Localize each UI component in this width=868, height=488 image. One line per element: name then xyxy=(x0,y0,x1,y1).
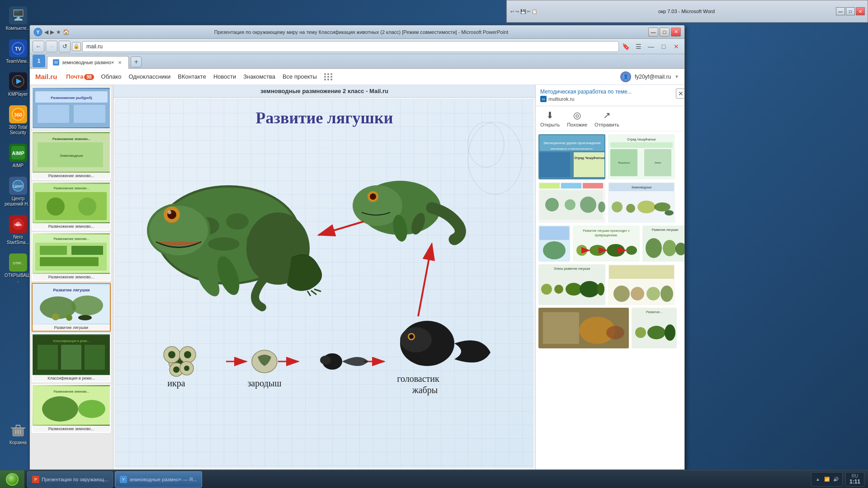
thumb-label-4: Размножение земново... xyxy=(33,274,110,280)
thumb-item-2[interactable]: Размножение земново... Земноводные Размн… xyxy=(32,131,111,180)
taskbar-start-btn[interactable] xyxy=(0,470,24,488)
mailru-nav-znakomstva[interactable]: Знакомства xyxy=(243,73,275,80)
browser-close-btn[interactable]: ✕ xyxy=(671,28,681,37)
browser-minimize-btn[interactable]: — xyxy=(648,28,658,37)
svg-point-167 xyxy=(613,286,630,302)
nav-forward-btn[interactable]: → xyxy=(46,41,57,52)
thumb-label-2: Размножение земново... xyxy=(33,173,110,179)
svg-rect-166 xyxy=(609,265,674,279)
right-panel-header: Методическая разработка по теме... m mul… xyxy=(536,85,684,106)
panel-action-send[interactable]: ↗ Отправить xyxy=(594,110,619,127)
svg-text:Цент: Цент xyxy=(14,184,23,188)
taskbar: P Презентация по окружающ... Y земноводн… xyxy=(0,470,868,488)
svg-text:Земноводные: Земноводные xyxy=(632,186,652,189)
grid-image-10[interactable] xyxy=(538,308,629,348)
right-panel-close-btn[interactable]: ✕ xyxy=(676,89,684,99)
nav-back-alt[interactable]: ◀ xyxy=(44,29,48,35)
svg-text:головастик: головастик xyxy=(397,374,439,384)
taskbar-item-ppt[interactable]: P Презентация по окружающ... xyxy=(27,471,113,488)
thumb-item-3[interactable]: Размножение земново... Размножение земно… xyxy=(32,182,111,230)
tab-badge[interactable]: 1 xyxy=(33,55,45,67)
svg-point-170 xyxy=(660,286,673,302)
thumb-item-1[interactable]: Размножение рыб(рхб) xyxy=(32,87,111,129)
mailru-logo[interactable]: Mail.ru xyxy=(35,73,57,80)
nav-bookmark-icon[interactable]: 🔖 xyxy=(620,41,631,52)
grid-image-6[interactable]: Развитие лягушки происходит с превращени… xyxy=(573,225,640,262)
word-close-btn[interactable]: ✕ xyxy=(856,7,865,15)
tray-network-icon[interactable]: 📶 xyxy=(823,476,830,483)
mailru-user-avatar[interactable]: 👤 xyxy=(620,71,631,82)
tray-icon-1[interactable]: ▲ xyxy=(814,476,821,483)
grid-image-3[interactable] xyxy=(538,182,605,223)
address-bar[interactable] xyxy=(82,41,619,52)
tray-sound-icon[interactable]: 🔊 xyxy=(832,476,840,483)
source-domain-text[interactable]: multiurok.ru xyxy=(548,96,574,102)
nav-lock-icon[interactable]: 🔒 xyxy=(72,42,81,51)
nav-back-btn[interactable]: ← xyxy=(33,41,44,52)
grid-image-5[interactable] xyxy=(538,225,570,262)
nav-close-icon[interactable]: ✕ xyxy=(671,41,682,52)
nav-settings-icon[interactable]: ☰ xyxy=(633,41,644,52)
source-title[interactable]: Методическая разработка по теме... xyxy=(540,89,632,95)
tab-label: земноводные размно× xyxy=(62,60,114,65)
grid-image-2[interactable]: Отряд Чешуйчатые Ящерица Змея xyxy=(608,134,675,179)
new-tab-btn[interactable]: + xyxy=(131,56,142,67)
mailru-nav-projects[interactable]: Все проекты xyxy=(283,73,317,80)
thumb-item-4[interactable]: Размножение земново... Размножение земно… xyxy=(32,232,111,281)
svg-rect-124 xyxy=(539,183,560,188)
browser-taskbar-icon: Y xyxy=(120,476,127,483)
svg-point-161 xyxy=(554,285,563,294)
svg-text:Развитие лягушки: Развитие лягушки xyxy=(53,288,90,292)
thumbnail-sidebar: Размножение рыб(рхб) Размножение земново… xyxy=(30,85,113,469)
mailru-nav-news[interactable]: Новости xyxy=(213,73,236,80)
word-quick-access[interactable]: ↩ ↪ 💾 ✂ 📋 xyxy=(510,9,537,14)
svg-text:Классификация в режи...: Классификация в режи... xyxy=(53,339,90,343)
svg-text:Этапы развития лягушки: Этапы развития лягушки xyxy=(554,267,590,271)
mail-badge: 98 xyxy=(84,74,94,80)
mailru-dropdown-icon[interactable]: ▼ xyxy=(675,74,679,79)
panel-action-similar[interactable]: ◎ Похожие xyxy=(567,110,587,127)
nav-refresh-btn[interactable]: ↺ xyxy=(59,41,71,52)
svg-text:360: 360 xyxy=(14,112,22,117)
panel-action-open[interactable]: ⬇ Открыть xyxy=(540,110,560,127)
thumb-item-6[interactable]: Классификация в режи... Классификация в … xyxy=(32,333,111,382)
grid-image-1[interactable]: Эволюционное дерево происхождения земнов… xyxy=(538,134,605,179)
browser-tab-active[interactable]: M земноводные размно× ✕ xyxy=(47,56,129,69)
browser-titlebar: Y ◀ ▶ ★ 🏠 Презентация по окружающему мир… xyxy=(30,25,684,39)
word-window[interactable]: ↩ ↪ 💾 ✂ 📋 окр 7.03 - Microsoft Word — □ … xyxy=(506,0,868,23)
nav-fav[interactable]: ★ xyxy=(56,29,61,35)
mailru-nav-vk[interactable]: ВКонтакте xyxy=(178,73,206,80)
svg-point-95 xyxy=(184,366,189,371)
mailru-nav-oblako[interactable]: Облако xyxy=(101,73,122,80)
grid-image-11[interactable]: Развитие... xyxy=(632,308,677,348)
tab-close-btn[interactable]: ✕ xyxy=(117,59,123,66)
nav-max-icon[interactable]: □ xyxy=(658,41,669,52)
svg-line-82 xyxy=(418,244,432,316)
svg-point-44 xyxy=(71,296,103,315)
svg-point-137 xyxy=(637,201,656,213)
word-maximize-btn[interactable]: □ xyxy=(846,7,855,15)
nav-forward-alt[interactable]: ▶ xyxy=(50,29,54,35)
thumb-item-7[interactable]: Размножение земново... Размножение земно… xyxy=(32,384,111,433)
svg-point-162 xyxy=(566,283,582,296)
grid-image-8[interactable]: Этапы развития лягушки xyxy=(538,264,605,305)
grid-image-4[interactable]: Земноводные xyxy=(608,182,675,223)
thumb-item-5[interactable]: Развитие лягушки Развитие лягушки xyxy=(32,283,111,332)
taskbar-clock[interactable]: RU 1:11 xyxy=(845,472,864,487)
word-minimize-btn[interactable]: — xyxy=(836,7,845,15)
taskbar-item-browser[interactable]: Y земноводные размно× — Я... xyxy=(115,471,202,488)
mailru-user-email[interactable]: fy20yf@mail.ru xyxy=(635,74,671,80)
grid-image-9[interactable] xyxy=(608,264,675,305)
mailru-nav-ok[interactable]: Одноклассники xyxy=(128,73,170,80)
nav-home-alt[interactable]: 🏠 xyxy=(63,29,70,35)
svg-point-146 xyxy=(576,245,587,256)
apps-grid-btn[interactable] xyxy=(324,73,333,80)
grid-image-7[interactable]: Развитие лягушки xyxy=(642,225,684,262)
mailru-nav-pochta[interactable]: Почта98 xyxy=(66,73,94,80)
clock-time: 1:11 xyxy=(849,479,860,485)
svg-point-178 xyxy=(647,326,665,339)
svg-point-142 xyxy=(543,241,566,259)
browser-maximize-btn[interactable]: □ xyxy=(660,28,670,37)
send-icon: ↗ xyxy=(603,110,611,121)
nav-minimize-icon[interactable]: — xyxy=(646,41,656,52)
